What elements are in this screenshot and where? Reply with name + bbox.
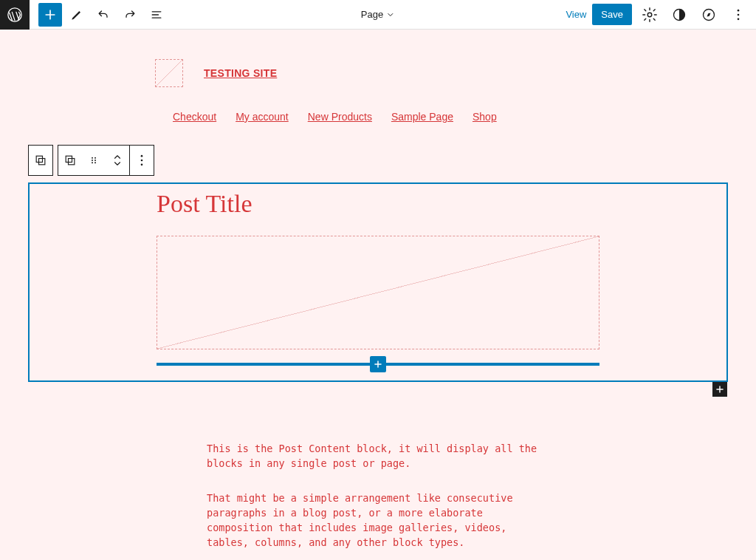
svg-point-4 [738, 9, 740, 11]
svg-rect-8 [39, 159, 45, 165]
compass-icon [701, 7, 716, 22]
svg-point-1 [647, 13, 652, 17]
block-toolbar-parent-group [28, 145, 53, 176]
block-type-button[interactable] [58, 146, 82, 175]
options-menu-button[interactable] [726, 3, 750, 27]
toolbar-left-group [30, 3, 168, 27]
svg-point-13 [92, 160, 93, 161]
list-view-icon [149, 7, 164, 22]
chevron-down-icon [386, 10, 395, 19]
plus-icon [373, 359, 383, 369]
sibling-inserter-button[interactable] [370, 356, 386, 372]
post-content-paragraph: This is the Post Content block, it will … [207, 441, 554, 471]
nav-item-sample-page[interactable]: Sample Page [391, 111, 453, 123]
styles-button[interactable] [667, 3, 691, 27]
gear-icon [642, 7, 658, 23]
site-title-link[interactable]: TESTING SITE [204, 67, 277, 79]
svg-point-17 [141, 155, 143, 157]
document-type-label: Page [361, 9, 383, 20]
selected-group-block[interactable]: Post Title [28, 182, 728, 382]
plus-icon [715, 384, 725, 395]
save-button[interactable]: Save [592, 4, 632, 25]
undo-button[interactable] [92, 3, 115, 27]
settings-button[interactable] [638, 3, 662, 27]
nav-item-shop[interactable]: Shop [472, 111, 497, 123]
site-navigation: Checkout My account New Products Sample … [173, 111, 756, 123]
redo-button[interactable] [118, 3, 142, 27]
svg-rect-7 [36, 156, 42, 162]
block-mover[interactable] [106, 146, 129, 175]
document-type-dropdown[interactable]: Page [361, 9, 395, 20]
svg-point-14 [94, 160, 96, 161]
block-appender-button[interactable] [712, 382, 727, 397]
toolbar-right-group: View Save [566, 3, 756, 27]
site-logo-placeholder[interactable] [155, 59, 183, 87]
svg-rect-10 [69, 159, 75, 165]
nav-item-checkout[interactable]: Checkout [173, 111, 216, 123]
pencil-icon [69, 7, 84, 22]
select-parent-button[interactable] [29, 146, 52, 175]
kebab-icon [731, 7, 746, 22]
view-link[interactable]: View [566, 9, 586, 20]
svg-point-12 [94, 157, 96, 159]
post-content-block[interactable]: This is the Post Content block, it will … [207, 441, 554, 550]
sibling-inserter-line [157, 363, 599, 366]
drag-icon [88, 154, 100, 166]
block-toolbar [28, 145, 756, 176]
post-content-paragraph: That might be a simple arrangement like … [207, 491, 554, 550]
wordpress-logo[interactable] [0, 0, 30, 30]
svg-point-16 [94, 162, 96, 163]
svg-point-19 [141, 164, 143, 166]
view-options-button[interactable] [697, 3, 721, 27]
undo-icon [96, 7, 111, 22]
svg-point-18 [141, 160, 143, 162]
drag-handle[interactable] [82, 146, 106, 175]
block-options-button[interactable] [130, 146, 154, 175]
site-identity: TESTING SITE [155, 59, 756, 87]
editor-top-toolbar: Page View Save [0, 0, 756, 30]
post-title-block[interactable]: Post Title [157, 184, 599, 236]
svg-point-15 [92, 162, 93, 163]
block-toolbar-main-group [58, 145, 154, 176]
contrast-icon [672, 7, 687, 22]
mover-arrows-icon [112, 154, 123, 167]
document-overview-button[interactable] [145, 3, 168, 27]
plus-icon [43, 7, 58, 22]
svg-rect-9 [66, 156, 72, 162]
nav-item-my-account[interactable]: My account [236, 111, 289, 123]
editor-canvas: TESTING SITE Checkout My account New Pro… [0, 30, 756, 550]
site-header: TESTING SITE Checkout My account New Pro… [0, 30, 756, 123]
block-inserter-button[interactable] [38, 3, 62, 27]
group-icon [33, 153, 48, 168]
redo-icon [123, 7, 137, 22]
nav-item-new-products[interactable]: New Products [308, 111, 372, 123]
svg-point-6 [738, 18, 740, 20]
wordpress-icon [7, 7, 23, 23]
tools-button[interactable] [65, 3, 89, 27]
featured-image-placeholder[interactable] [157, 236, 599, 349]
kebab-icon [134, 153, 149, 168]
group-icon [63, 153, 78, 168]
svg-point-11 [92, 157, 93, 159]
svg-point-5 [738, 13, 740, 16]
